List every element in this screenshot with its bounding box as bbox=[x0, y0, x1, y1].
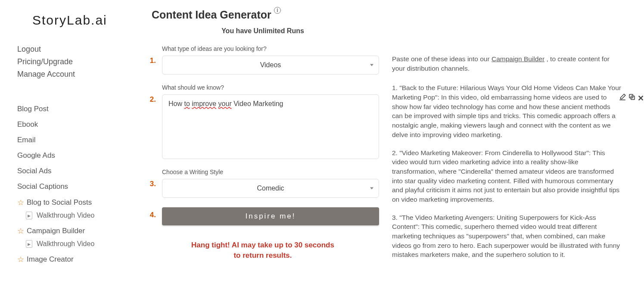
nav-blog-to-social[interactable]: Blog to Social Posts bbox=[27, 198, 92, 207]
step-number-4: 4. bbox=[146, 211, 156, 219]
step-number-3: 3. bbox=[146, 180, 156, 188]
nav-ebook[interactable]: Ebook bbox=[17, 120, 138, 129]
loading-line-2: to return results. bbox=[233, 251, 292, 259]
step-3: 3. Choose a Writing Style Comedic bbox=[146, 169, 379, 198]
logout-link[interactable]: Logout bbox=[17, 45, 138, 54]
nav-image-creator[interactable]: Image Creator bbox=[27, 255, 74, 264]
manage-account-link[interactable]: Manage Account bbox=[17, 70, 138, 79]
loading-line-1: Hang tight! AI may take up to 30 seconds bbox=[191, 241, 334, 249]
step-2: 2. What should we know? How to improve y… bbox=[146, 84, 379, 159]
account-nav: Logout Pricing/Upgrade Manage Account bbox=[17, 45, 138, 79]
nav-walkthrough-video-2[interactable]: Walkthrough Video bbox=[37, 240, 94, 248]
campaign-builder-link[interactable]: Campaign Builder bbox=[492, 55, 544, 62]
style-label: Choose a Writing Style bbox=[162, 169, 379, 175]
nav-social-ads[interactable]: Social Ads bbox=[17, 167, 138, 175]
close-icon[interactable]: ✕ bbox=[638, 93, 644, 104]
video-icon: ▸ bbox=[26, 240, 32, 248]
logo: StoryLab.ai bbox=[17, 13, 138, 28]
nav-blog-to-social-row: ☆ Blog to Social Posts bbox=[17, 198, 138, 207]
step-1: 1. What type of ideas are you looking fo… bbox=[146, 45, 379, 75]
results-intro: Paste one of these ideas into our Campai… bbox=[392, 54, 622, 73]
runs-remaining: You have Unlimited Runs bbox=[146, 27, 379, 35]
star-icon: ☆ bbox=[17, 198, 24, 207]
video-icon: ▸ bbox=[26, 212, 32, 219]
tools-nav: Blog Post Ebook Email Google Ads Social … bbox=[17, 105, 138, 264]
main: Content Idea Generator i You have Unlimi… bbox=[146, 0, 644, 281]
page-title-row: Content Idea Generator i bbox=[152, 9, 379, 21]
pricing-link[interactable]: Pricing/Upgrade bbox=[17, 57, 138, 66]
copy-icon[interactable] bbox=[628, 93, 636, 104]
nav-google-ads[interactable]: Google Ads bbox=[17, 151, 138, 160]
idea-type-label: What type of ideas are you looking for? bbox=[162, 45, 379, 52]
sidebar: StoryLab.ai Logout Pricing/Upgrade Manag… bbox=[0, 0, 146, 281]
results-column: Paste one of these ideas into our Campai… bbox=[379, 9, 644, 281]
nav-campaign-builder-row: ☆ Campaign Builder bbox=[17, 226, 138, 236]
nav-walkthrough-video-1[interactable]: Walkthrough Video bbox=[37, 212, 94, 219]
step-number-1: 1. bbox=[146, 56, 156, 65]
step-4: 4. Inspire me! bbox=[146, 207, 379, 225]
star-icon: ☆ bbox=[17, 255, 24, 264]
form-column: Content Idea Generator i You have Unlimi… bbox=[146, 9, 379, 281]
intro-pre: Paste one of these ideas into our bbox=[392, 55, 492, 62]
result-actions: ✕ bbox=[619, 93, 644, 104]
result-idea-1: 1. "Back to the Future: Hilarious Ways Y… bbox=[392, 83, 622, 139]
nav-email[interactable]: Email bbox=[17, 136, 138, 144]
nav-image-creator-row: ☆ Image Creator bbox=[17, 255, 138, 264]
edit-icon[interactable] bbox=[619, 93, 626, 104]
writing-style-value: Comedic bbox=[257, 184, 284, 192]
idea-type-value: Videos bbox=[260, 61, 281, 69]
nav-blog-post[interactable]: Blog Post bbox=[17, 105, 138, 113]
result-idea-3: 3. "The Video Marketing Avengers: Unitin… bbox=[392, 213, 622, 259]
walkthrough-row-1: ▸ Walkthrough Video bbox=[26, 212, 138, 219]
topic-input[interactable]: How to improve your Video Marketing bbox=[162, 94, 379, 159]
idea-type-select[interactable]: Videos bbox=[162, 56, 379, 75]
writing-style-select[interactable]: Comedic bbox=[162, 179, 379, 198]
star-icon: ☆ bbox=[17, 226, 24, 236]
nav-social-captions[interactable]: Social Captions bbox=[17, 182, 138, 191]
nav-campaign-builder[interactable]: Campaign Builder bbox=[27, 227, 85, 235]
topic-label: What should we know? bbox=[162, 84, 379, 91]
step-number-2: 2. bbox=[146, 95, 156, 104]
walkthrough-row-2: ▸ Walkthrough Video bbox=[26, 240, 138, 248]
loading-message: Hang tight! AI may take up to 30 seconds… bbox=[146, 240, 379, 261]
info-icon[interactable]: i bbox=[274, 7, 281, 14]
inspire-button[interactable]: Inspire me! bbox=[162, 207, 379, 225]
result-idea-2: 2. "Video Marketing Makeover: From Cinde… bbox=[392, 148, 622, 204]
page-title: Content Idea Generator bbox=[152, 9, 271, 21]
